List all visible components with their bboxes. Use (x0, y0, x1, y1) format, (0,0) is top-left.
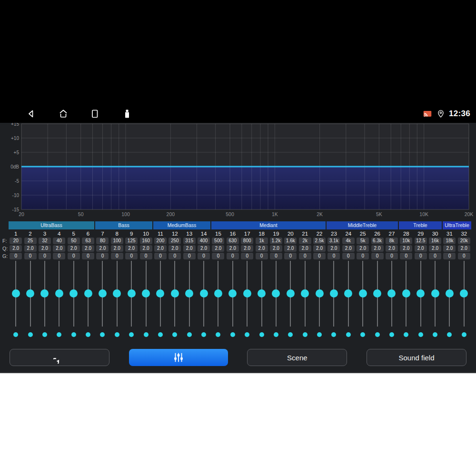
slider-dot[interactable] (230, 332, 235, 337)
eq-band-slider[interactable] (356, 261, 370, 327)
eq-band-slider[interactable] (283, 261, 298, 327)
eq-band-slider[interactable] (399, 261, 413, 327)
eq-band-slider[interactable] (67, 261, 81, 327)
slider-knob[interactable] (402, 289, 410, 298)
usb-drive-icon[interactable] (121, 108, 133, 119)
slider-knob[interactable] (84, 289, 92, 298)
slider-dot[interactable] (288, 332, 293, 337)
eq-band-slider[interactable] (197, 261, 211, 327)
slider-dot[interactable] (216, 332, 220, 337)
slider-knob[interactable] (460, 289, 468, 298)
eq-band-slider[interactable] (81, 261, 95, 327)
slider-dot[interactable] (86, 332, 90, 337)
eq-band-slider[interactable] (254, 261, 268, 327)
slider-knob[interactable] (416, 289, 425, 298)
slider-dot[interactable] (274, 332, 278, 337)
slider-knob[interactable] (113, 289, 121, 298)
slider-dot[interactable] (245, 332, 249, 337)
eq-band-slider[interactable] (269, 261, 283, 327)
slider-dot[interactable] (418, 332, 423, 337)
eq-band-slider[interactable] (442, 261, 456, 327)
eq-band-slider[interactable] (23, 261, 37, 327)
slider-knob[interactable] (171, 289, 179, 298)
slider-knob[interactable] (258, 289, 266, 298)
slider-knob[interactable] (200, 289, 208, 298)
eq-band-slider[interactable] (428, 261, 442, 327)
slider-knob[interactable] (185, 289, 193, 298)
eq-band-slider[interactable] (457, 261, 471, 327)
slider-dot[interactable] (100, 332, 105, 337)
eq-band-slider[interactable] (226, 261, 240, 327)
eq-band-slider[interactable] (110, 261, 124, 327)
slider-knob[interactable] (26, 289, 34, 298)
slider-dot[interactable] (331, 332, 336, 337)
eq-band-slider[interactable] (153, 261, 168, 327)
slider-knob[interactable] (214, 289, 222, 298)
slider-dot[interactable] (447, 332, 452, 337)
eq-band-slider[interactable] (414, 261, 428, 327)
slider-knob[interactable] (287, 289, 295, 298)
slider-dot[interactable] (115, 332, 119, 337)
slider-dot[interactable] (360, 332, 365, 337)
eq-band-slider[interactable] (312, 261, 327, 327)
slider-dot[interactable] (57, 332, 61, 337)
eq-band-slider[interactable] (52, 261, 66, 327)
eq-band-slider[interactable] (124, 261, 139, 327)
slider-knob[interactable] (272, 289, 280, 298)
slider-knob[interactable] (55, 289, 63, 298)
slider-dot[interactable] (317, 332, 322, 337)
slider-dot[interactable] (158, 332, 163, 337)
eq-band-slider[interactable] (182, 261, 197, 327)
home-icon[interactable] (58, 108, 69, 119)
eq-band-slider[interactable] (385, 261, 399, 327)
eq-band-slider[interactable] (95, 261, 109, 327)
slider-knob[interactable] (446, 289, 454, 298)
slider-dot[interactable] (187, 332, 192, 337)
slider-dot[interactable] (259, 332, 264, 337)
back-icon[interactable] (26, 108, 37, 119)
eq-band-slider[interactable] (139, 261, 153, 327)
slider-dot[interactable] (389, 332, 394, 337)
reset-button[interactable] (10, 349, 109, 366)
eq-band-slider[interactable] (327, 261, 341, 327)
slider-knob[interactable] (316, 289, 324, 298)
scene-button[interactable]: Scene (247, 349, 347, 366)
eq-band-slider[interactable] (38, 261, 52, 327)
recents-icon[interactable] (89, 108, 100, 119)
slider-knob[interactable] (301, 289, 309, 298)
slider-knob[interactable] (344, 289, 352, 298)
equalizer-button[interactable] (129, 349, 228, 366)
slider-dot[interactable] (303, 332, 307, 337)
slider-knob[interactable] (156, 289, 164, 298)
eq-band-slider[interactable] (370, 261, 384, 327)
slider-dot[interactable] (172, 332, 177, 337)
slider-knob[interactable] (142, 289, 150, 298)
eq-band-slider[interactable] (341, 261, 356, 327)
slider-dot[interactable] (462, 332, 466, 337)
slider-knob[interactable] (359, 289, 367, 298)
eq-band-slider[interactable] (240, 261, 254, 327)
slider-knob[interactable] (12, 289, 20, 298)
slider-dot[interactable] (42, 332, 47, 337)
eq-band-slider[interactable] (211, 261, 225, 327)
eq-band-slider[interactable] (298, 261, 312, 327)
slider-dot[interactable] (129, 332, 134, 337)
eq-band-slider[interactable] (9, 261, 23, 327)
slider-dot[interactable] (433, 332, 437, 337)
slider-dot[interactable] (71, 332, 76, 337)
eq-band-slider[interactable] (168, 261, 182, 327)
slider-knob[interactable] (69, 289, 78, 298)
slider-dot[interactable] (13, 332, 18, 337)
sound-field-button[interactable]: Sound field (367, 349, 466, 366)
slider-dot[interactable] (144, 332, 149, 337)
slider-knob[interactable] (40, 289, 49, 298)
slider-knob[interactable] (99, 289, 107, 298)
slider-knob[interactable] (228, 289, 237, 298)
slider-knob[interactable] (431, 289, 439, 298)
slider-knob[interactable] (243, 289, 251, 298)
slider-dot[interactable] (201, 332, 206, 337)
slider-knob[interactable] (373, 289, 381, 298)
slider-dot[interactable] (375, 332, 380, 337)
slider-dot[interactable] (346, 332, 351, 337)
slider-knob[interactable] (330, 289, 338, 298)
